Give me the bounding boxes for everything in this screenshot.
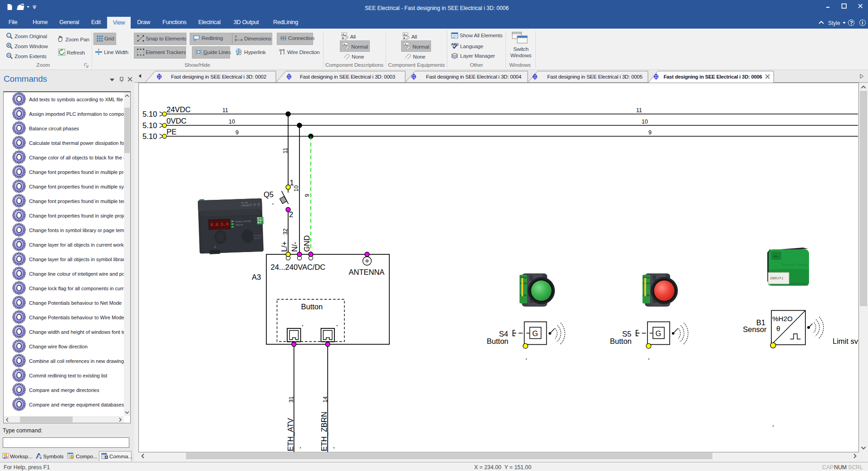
svg-text:ETH_ATV: ETH_ATV	[286, 418, 295, 451]
svg-text:G: G	[532, 329, 538, 337]
svg-text:PE: PE	[167, 128, 177, 136]
svg-text:L/+: L/+	[280, 241, 288, 252]
svg-text:Symbols: Symbols	[43, 453, 64, 460]
svg-text:Fast designing in SEE Electric: Fast designing in SEE Electrical i 3D: 0…	[663, 74, 762, 79]
svg-text:24..240: 24..240	[241, 202, 248, 204]
svg-text:31: 31	[288, 397, 294, 403]
svg-text:Change lock flag for all compo: Change lock flag for all components in c…	[29, 286, 127, 291]
svg-text:Button: Button	[487, 337, 509, 345]
svg-text:Compare and merge equipment da: Compare and merge equipment databases	[29, 402, 124, 407]
svg-text:Change Potentials behaviour to: Change Potentials behaviour to Wire Mode	[29, 315, 124, 320]
svg-text:Commit redlining text to exist: Commit redlining text to existing list	[29, 373, 107, 378]
svg-text:Change font properties found i: Change font properties found in multiple…	[29, 184, 130, 189]
svg-text:Style: Style	[828, 20, 840, 26]
svg-text:10: 10	[642, 119, 648, 125]
svg-text:24...240VAC/DC: 24...240VAC/DC	[271, 263, 326, 271]
svg-text:Change layer for all objects i: Change layer for all objects in current …	[29, 242, 129, 248]
svg-text:Balance circuit phases: Balance circuit phases	[29, 126, 79, 131]
svg-text:Button: Button	[610, 337, 632, 345]
svg-text:ZBRJT1: ZBRJT1	[770, 276, 784, 280]
svg-text:32: 32	[282, 228, 289, 235]
svg-text:θ: θ	[776, 325, 780, 332]
svg-text:?: ?	[850, 20, 853, 25]
svg-text:Change font properties found i: Change font properties found in multiple…	[29, 169, 130, 175]
svg-text:Button: Button	[301, 302, 323, 311]
svg-text:ABC: ABC	[451, 42, 459, 46]
svg-text:9: 9	[304, 193, 310, 197]
svg-text:GND: GND	[303, 235, 311, 252]
svg-text:Limit sv: Limit sv	[833, 337, 858, 345]
svg-text:Change font properties found i: Change font properties found in multiple…	[29, 198, 130, 204]
svg-text:i: i	[862, 20, 863, 25]
svg-text:A3: A3	[252, 273, 261, 281]
svg-text:0: 0	[235, 35, 237, 38]
svg-text:Compo...: Compo...	[76, 453, 98, 460]
svg-text:G: G	[656, 329, 662, 337]
svg-text:11: 11	[636, 107, 642, 114]
svg-text:ANTENNA: ANTENNA	[349, 268, 385, 276]
svg-text:5.10: 5.10	[142, 121, 157, 129]
svg-text:Change line colour of intelige: Change line colour of inteligent wire an…	[29, 271, 129, 277]
svg-text:N/-: N/-	[290, 242, 299, 252]
svg-text:9: 9	[235, 129, 239, 136]
svg-text:11: 11	[222, 107, 228, 114]
svg-text:Combine all coil references in: Combine all coil references in new drawi…	[29, 358, 129, 364]
svg-text:A: A	[214, 245, 216, 248]
svg-text:Change font properties found i: Change font properties found in single p…	[29, 213, 128, 218]
svg-text:14: 14	[322, 397, 329, 403]
svg-text:5.10: 5.10	[142, 132, 157, 140]
svg-text:Change Potentials behaviour to: Change Potentials behaviour to Net Mode	[29, 300, 122, 306]
svg-text:10: 10	[293, 185, 299, 192]
svg-text:9: 9	[648, 129, 652, 136]
svg-text:Compare and merge directories: Compare and merge directories	[29, 387, 99, 393]
svg-text:Q5: Q5	[264, 190, 274, 198]
svg-text:Change color of all objects to: Change color of all objects to black for…	[29, 155, 126, 160]
svg-text:ethernet: ethernet	[235, 223, 243, 226]
svg-text:Sensor: Sensor	[743, 325, 767, 333]
svg-text:A: A	[403, 36, 406, 40]
svg-text:Comma...: Comma...	[109, 453, 132, 460]
svg-text:2: 2	[289, 210, 293, 218]
svg-text:Change wire flow direction: Change wire flow direction	[29, 344, 88, 349]
svg-text:Change fonts in symbol library: Change fonts in symbol library or page t…	[29, 228, 130, 233]
svg-text:LMC058: LMC058	[241, 204, 249, 207]
svg-text:ETH_ZBRN: ETH_ZBRN	[320, 412, 329, 451]
svg-text:Electric: Electric	[255, 237, 262, 240]
svg-text:Aa: Aa	[404, 43, 408, 47]
svg-text:Fast designing in SEE Electric: Fast designing in SEE Electrical i 3D: 0…	[426, 74, 522, 79]
svg-text:Change width and height of win: Change width and height of windows font …	[29, 329, 126, 335]
svg-text:Fast designing in SEE Electric: Fast designing in SEE Electrical i 3D: 0…	[300, 74, 395, 79]
svg-text:10: 10	[229, 119, 235, 125]
svg-text:Add texts to symbols according: Add texts to symbols according to XML fi…	[29, 97, 123, 102]
svg-text:8.8.5.8: 8.8.5.8	[211, 222, 229, 227]
svg-text:Aa: Aa	[343, 43, 347, 47]
svg-text:0VDC: 0VDC	[167, 117, 186, 125]
svg-text:Assign imported PLC informatio: Assign imported PLC information to compo…	[29, 111, 129, 117]
svg-text:Calculate total thermal power: Calculate total thermal power dissipatio…	[29, 140, 130, 146]
svg-text:Worksp...: Worksp...	[10, 453, 33, 460]
svg-text:A: A	[342, 36, 344, 40]
svg-text:24VDC: 24VDC	[167, 105, 191, 114]
svg-text:5.10: 5.10	[142, 110, 157, 118]
svg-text:%H2O: %H2O	[772, 315, 793, 322]
svg-text:Fast designing in SEE Electric: Fast designing in SEE Electrical i 3D: 0…	[547, 74, 642, 79]
svg-text:11: 11	[282, 148, 289, 154]
svg-text:Change layer for all objects i: Change layer for all objects in symbol l…	[29, 257, 127, 262]
svg-text:Fast designing in SEE Electric: Fast designing in SEE Electrical i 3D: 0…	[171, 74, 266, 79]
svg-text:Schneider Electric: Schneider Electric	[781, 263, 807, 266]
